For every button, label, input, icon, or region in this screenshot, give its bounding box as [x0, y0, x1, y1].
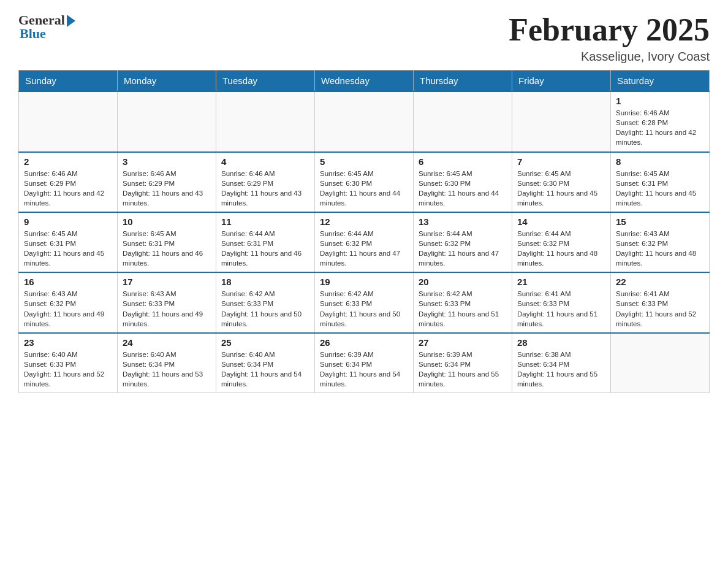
calendar-day-cell: [611, 333, 710, 393]
day-number: 9: [24, 216, 112, 227]
calendar-day-cell: 14Sunrise: 6:44 AMSunset: 6:32 PMDayligh…: [512, 212, 611, 272]
calendar-day-cell: 10Sunrise: 6:45 AMSunset: 6:31 PMDayligh…: [118, 212, 216, 272]
calendar-day-cell: 4Sunrise: 6:46 AMSunset: 6:29 PMDaylight…: [216, 152, 315, 212]
calendar-day-cell: 21Sunrise: 6:41 AMSunset: 6:33 PMDayligh…: [512, 272, 611, 332]
calendar-day-cell: 19Sunrise: 6:42 AMSunset: 6:33 PMDayligh…: [315, 272, 414, 332]
day-info: Sunrise: 6:45 AMSunset: 6:31 PMDaylight:…: [123, 229, 211, 268]
calendar-day-cell: [118, 91, 216, 151]
calendar-day-cell: 3Sunrise: 6:46 AMSunset: 6:29 PMDaylight…: [118, 152, 216, 212]
day-info: Sunrise: 6:39 AMSunset: 6:34 PMDaylight:…: [419, 350, 507, 389]
calendar-day-cell: 23Sunrise: 6:40 AMSunset: 6:33 PMDayligh…: [19, 333, 118, 393]
day-info: Sunrise: 6:46 AMSunset: 6:29 PMDaylight:…: [123, 169, 211, 208]
day-number: 1: [616, 96, 704, 106]
day-number: 11: [221, 216, 309, 227]
day-number: 27: [419, 337, 507, 348]
day-number: 21: [517, 277, 605, 287]
calendar-day-cell: 2Sunrise: 6:46 AMSunset: 6:29 PMDaylight…: [19, 152, 118, 212]
day-info: Sunrise: 6:39 AMSunset: 6:34 PMDaylight:…: [320, 350, 408, 389]
calendar-day-cell: [315, 91, 414, 151]
day-info: Sunrise: 6:45 AMSunset: 6:30 PMDaylight:…: [517, 169, 605, 208]
day-number: 5: [320, 156, 408, 167]
calendar-day-cell: [414, 91, 512, 151]
day-number: 24: [123, 337, 211, 348]
day-info: Sunrise: 6:42 AMSunset: 6:33 PMDaylight:…: [320, 289, 408, 328]
calendar-day-header: Wednesday: [315, 71, 414, 92]
logo-arrow-icon: [67, 15, 75, 27]
location-text: Kasseligue, Ivory Coast: [509, 50, 710, 64]
calendar-day-cell: 22Sunrise: 6:41 AMSunset: 6:33 PMDayligh…: [611, 272, 710, 332]
day-number: 16: [24, 277, 112, 287]
day-number: 6: [419, 156, 507, 167]
day-info: Sunrise: 6:45 AMSunset: 6:30 PMDaylight:…: [320, 169, 408, 208]
day-number: 22: [616, 277, 704, 287]
day-number: 8: [616, 156, 704, 167]
calendar-day-header: Thursday: [414, 71, 512, 92]
day-number: 23: [24, 337, 112, 348]
calendar-day-cell: [512, 91, 611, 151]
calendar-week-row: 23Sunrise: 6:40 AMSunset: 6:33 PMDayligh…: [19, 333, 710, 393]
day-number: 4: [221, 156, 309, 167]
logo: General Blue: [18, 12, 75, 42]
day-info: Sunrise: 6:46 AMSunset: 6:28 PMDaylight:…: [616, 108, 704, 147]
calendar-day-cell: 17Sunrise: 6:43 AMSunset: 6:33 PMDayligh…: [118, 272, 216, 332]
title-area: February 2025 Kasseligue, Ivory Coast: [509, 12, 710, 64]
day-info: Sunrise: 6:43 AMSunset: 6:32 PMDaylight:…: [616, 229, 704, 268]
calendar-day-header: Saturday: [611, 71, 710, 92]
calendar-day-cell: 9Sunrise: 6:45 AMSunset: 6:31 PMDaylight…: [19, 212, 118, 272]
day-number: 18: [221, 277, 309, 287]
calendar-week-row: 16Sunrise: 6:43 AMSunset: 6:32 PMDayligh…: [19, 272, 710, 332]
calendar-day-header: Sunday: [19, 71, 118, 92]
day-info: Sunrise: 6:45 AMSunset: 6:31 PMDaylight:…: [616, 169, 704, 208]
calendar-day-cell: 5Sunrise: 6:45 AMSunset: 6:30 PMDaylight…: [315, 152, 414, 212]
calendar-day-cell: 1Sunrise: 6:46 AMSunset: 6:28 PMDaylight…: [611, 91, 710, 151]
calendar-day-cell: 16Sunrise: 6:43 AMSunset: 6:32 PMDayligh…: [19, 272, 118, 332]
day-number: 10: [123, 216, 211, 227]
day-info: Sunrise: 6:44 AMSunset: 6:32 PMDaylight:…: [517, 229, 605, 268]
calendar-day-cell: 7Sunrise: 6:45 AMSunset: 6:30 PMDaylight…: [512, 152, 611, 212]
day-number: 14: [517, 216, 605, 227]
calendar-day-cell: 26Sunrise: 6:39 AMSunset: 6:34 PMDayligh…: [315, 333, 414, 393]
day-info: Sunrise: 6:41 AMSunset: 6:33 PMDaylight:…: [616, 289, 704, 328]
month-title: February 2025: [509, 12, 710, 47]
calendar-day-cell: [19, 91, 118, 151]
day-number: 15: [616, 216, 704, 227]
calendar-day-cell: 24Sunrise: 6:40 AMSunset: 6:34 PMDayligh…: [118, 333, 216, 393]
day-info: Sunrise: 6:38 AMSunset: 6:34 PMDaylight:…: [517, 350, 605, 389]
calendar-day-cell: 25Sunrise: 6:40 AMSunset: 6:34 PMDayligh…: [216, 333, 315, 393]
calendar-day-cell: 28Sunrise: 6:38 AMSunset: 6:34 PMDayligh…: [512, 333, 611, 393]
day-number: 12: [320, 216, 408, 227]
calendar-day-cell: [216, 91, 315, 151]
day-info: Sunrise: 6:44 AMSunset: 6:31 PMDaylight:…: [221, 229, 309, 268]
calendar-day-cell: 6Sunrise: 6:45 AMSunset: 6:30 PMDaylight…: [414, 152, 512, 212]
day-number: 7: [517, 156, 605, 167]
calendar-week-row: 2Sunrise: 6:46 AMSunset: 6:29 PMDaylight…: [19, 152, 710, 212]
day-number: 19: [320, 277, 408, 287]
calendar-day-header: Friday: [512, 71, 611, 92]
calendar-table: SundayMondayTuesdayWednesdayThursdayFrid…: [18, 70, 710, 393]
calendar-day-cell: 27Sunrise: 6:39 AMSunset: 6:34 PMDayligh…: [414, 333, 512, 393]
day-number: 25: [221, 337, 309, 348]
day-info: Sunrise: 6:46 AMSunset: 6:29 PMDaylight:…: [221, 169, 309, 208]
logo-blue-text: Blue: [20, 26, 46, 42]
day-info: Sunrise: 6:44 AMSunset: 6:32 PMDaylight:…: [320, 229, 408, 268]
calendar-day-cell: 13Sunrise: 6:44 AMSunset: 6:32 PMDayligh…: [414, 212, 512, 272]
calendar-header-row: SundayMondayTuesdayWednesdayThursdayFrid…: [19, 71, 710, 92]
day-info: Sunrise: 6:40 AMSunset: 6:34 PMDaylight:…: [123, 350, 211, 389]
calendar-day-cell: 8Sunrise: 6:45 AMSunset: 6:31 PMDaylight…: [611, 152, 710, 212]
day-info: Sunrise: 6:43 AMSunset: 6:33 PMDaylight:…: [123, 289, 211, 328]
day-info: Sunrise: 6:45 AMSunset: 6:31 PMDaylight:…: [24, 229, 112, 268]
calendar-day-header: Monday: [118, 71, 216, 92]
calendar-day-cell: 18Sunrise: 6:42 AMSunset: 6:33 PMDayligh…: [216, 272, 315, 332]
day-number: 17: [123, 277, 211, 287]
day-info: Sunrise: 6:40 AMSunset: 6:34 PMDaylight:…: [221, 350, 309, 389]
day-number: 28: [517, 337, 605, 348]
day-info: Sunrise: 6:40 AMSunset: 6:33 PMDaylight:…: [24, 350, 112, 389]
day-number: 26: [320, 337, 408, 348]
day-info: Sunrise: 6:44 AMSunset: 6:32 PMDaylight:…: [419, 229, 507, 268]
calendar-day-cell: 20Sunrise: 6:42 AMSunset: 6:33 PMDayligh…: [414, 272, 512, 332]
day-info: Sunrise: 6:43 AMSunset: 6:32 PMDaylight:…: [24, 289, 112, 328]
calendar-day-cell: 12Sunrise: 6:44 AMSunset: 6:32 PMDayligh…: [315, 212, 414, 272]
day-info: Sunrise: 6:45 AMSunset: 6:30 PMDaylight:…: [419, 169, 507, 208]
day-info: Sunrise: 6:42 AMSunset: 6:33 PMDaylight:…: [221, 289, 309, 328]
day-number: 3: [123, 156, 211, 167]
